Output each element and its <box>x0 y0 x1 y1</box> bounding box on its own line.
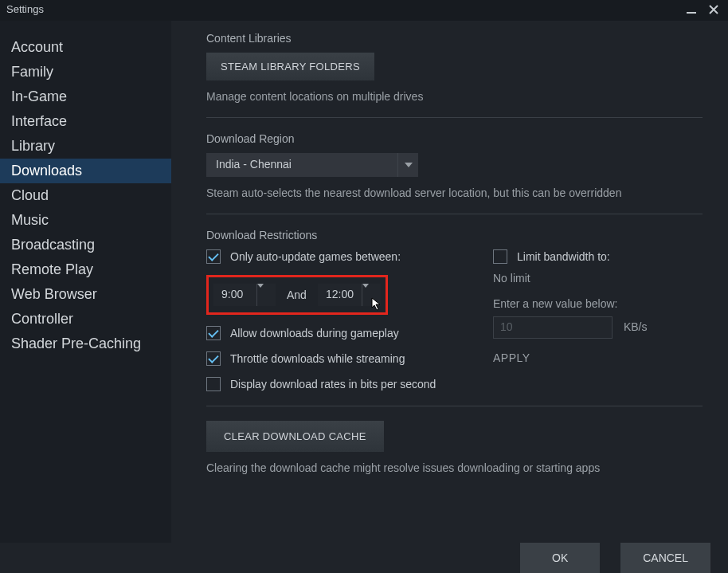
section-cache: CLEAR DOWNLOAD CACHE Clearing the downlo… <box>206 421 703 489</box>
sidebar-item-interface[interactable]: Interface <box>0 109 171 134</box>
checkbox-allow-gameplay[interactable] <box>206 326 221 340</box>
settings-content: Content Libraries STEAM LIBRARY FOLDERS … <box>171 21 728 543</box>
chevron-down-icon <box>397 153 418 177</box>
sidebar-item-remote-play[interactable]: Remote Play <box>0 257 171 282</box>
download-restrictions-title: Download Restrictions <box>206 229 703 241</box>
content-libraries-title: Content Libraries <box>206 32 703 45</box>
sidebar-item-library[interactable]: Library <box>0 134 171 159</box>
settings-sidebar: Account Family In-Game Interface Library… <box>0 21 171 543</box>
no-limit-text: No limit <box>493 272 703 285</box>
enter-value-label: Enter a new value below: <box>493 297 703 310</box>
apply-button[interactable]: APPLY <box>493 351 703 364</box>
download-region-desc: Steam auto-selects the nearest download … <box>206 186 703 199</box>
sidebar-item-account[interactable]: Account <box>0 35 171 60</box>
download-region-value: India - Chennai <box>206 153 397 177</box>
sidebar-item-shader-pre-caching[interactable]: Shader Pre-Caching <box>0 332 171 356</box>
sidebar-item-family[interactable]: Family <box>0 60 171 84</box>
sidebar-item-controller[interactable]: Controller <box>0 307 171 332</box>
download-region-dropdown[interactable]: India - Chennai <box>206 153 418 177</box>
dialog-footer: OK CANCEL <box>0 543 728 573</box>
sidebar-item-downloads[interactable]: Downloads <box>0 159 171 183</box>
limit-bandwidth-label: Limit bandwidth to: <box>517 250 610 263</box>
content-libraries-desc: Manage content locations on multiple dri… <box>206 90 703 103</box>
cache-desc: Clearing the download cache might resolv… <box>206 461 703 474</box>
checkbox-auto-update[interactable] <box>206 249 221 264</box>
bits-per-second-label: Display download rates in bits per secon… <box>230 378 436 391</box>
sidebar-item-web-browser[interactable]: Web Browser <box>0 282 171 307</box>
cancel-button[interactable]: CANCEL <box>620 543 710 573</box>
sidebar-item-cloud[interactable]: Cloud <box>0 183 171 208</box>
time-to-value: 12:00 <box>318 284 362 306</box>
bandwidth-unit: KB/s <box>624 320 648 333</box>
download-region-title: Download Region <box>206 132 703 145</box>
sidebar-item-music[interactable]: Music <box>0 208 171 233</box>
section-content-libraries: Content Libraries STEAM LIBRARY FOLDERS … <box>206 32 703 118</box>
minimize-button[interactable] <box>683 3 699 16</box>
sidebar-item-in-game[interactable]: In-Game <box>0 84 171 109</box>
auto-update-label: Only auto-update games between: <box>230 250 401 263</box>
time-from-dropdown[interactable]: 9:00 <box>213 284 276 306</box>
section-download-restrictions: Download Restrictions Only auto-update g… <box>206 229 703 406</box>
close-button[interactable] <box>706 3 722 16</box>
and-label: And <box>287 288 307 301</box>
throttle-streaming-label: Throttle downloads while streaming <box>230 352 405 365</box>
sidebar-item-broadcasting[interactable]: Broadcasting <box>0 233 171 257</box>
section-download-region: Download Region India - Chennai Steam au… <box>206 132 703 214</box>
svg-rect-0 <box>687 12 696 14</box>
time-from-value: 9:00 <box>213 284 256 306</box>
bandwidth-input[interactable]: 10 <box>493 316 613 339</box>
window-title: Settings <box>6 3 44 15</box>
clear-download-cache-button[interactable]: CLEAR DOWNLOAD CACHE <box>206 421 384 452</box>
checkbox-limit-bandwidth[interactable] <box>493 249 507 264</box>
checkbox-throttle-streaming[interactable] <box>206 351 221 366</box>
cursor-icon <box>371 297 382 314</box>
titlebar: Settings <box>0 0 728 21</box>
chevron-down-icon <box>256 284 276 306</box>
steam-library-folders-button[interactable]: STEAM LIBRARY FOLDERS <box>206 53 374 80</box>
allow-gameplay-label: Allow downloads during gameplay <box>230 327 399 339</box>
time-range-highlight: 9:00 And 12:00 <box>206 275 388 315</box>
ok-button[interactable]: OK <box>520 543 600 573</box>
checkbox-bits-per-second[interactable] <box>206 377 221 391</box>
